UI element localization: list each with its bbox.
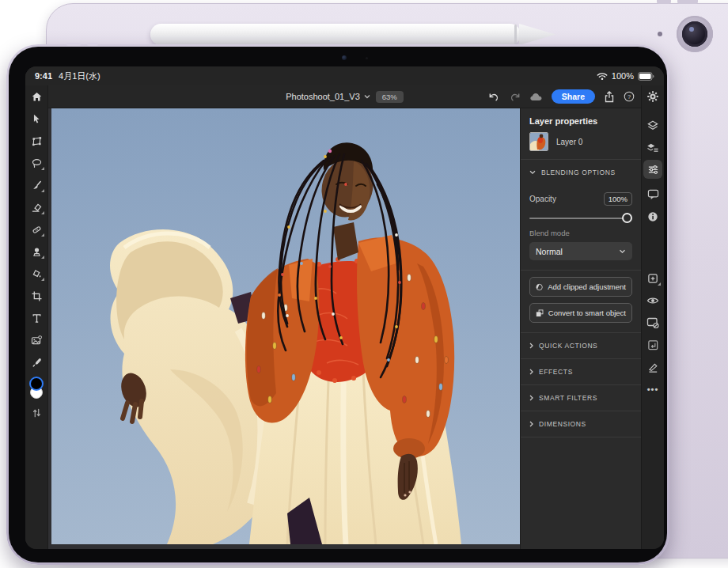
wifi-icon bbox=[597, 72, 608, 81]
front-bezel: 9:41 4月1日(水) 100% bbox=[9, 47, 667, 562]
apple-pencil bbox=[150, 24, 521, 45]
battery-percent: 100% bbox=[612, 71, 634, 81]
panel-title: Layer properties bbox=[529, 116, 632, 126]
layer-properties-icon[interactable] bbox=[642, 136, 664, 158]
move-tool[interactable] bbox=[25, 108, 47, 130]
visibility-icon[interactable] bbox=[642, 290, 664, 312]
clone-stamp-tool[interactable] bbox=[25, 240, 47, 263]
status-bar: 9:41 4月1日(水) 100% bbox=[25, 66, 664, 85]
help-icon[interactable]: ? bbox=[624, 91, 635, 102]
document-title: Photoshoot_01_V3 bbox=[286, 92, 360, 101]
blend-mode-label: Blend mode bbox=[529, 229, 632, 237]
layers-icon[interactable] bbox=[642, 114, 664, 136]
export-icon[interactable] bbox=[604, 91, 615, 103]
comments-icon[interactable] bbox=[642, 184, 664, 206]
rear-volume-button bbox=[657, 0, 671, 4]
opacity-value-field[interactable]: 100% bbox=[604, 192, 632, 206]
cloud-sync-icon[interactable] bbox=[529, 93, 543, 101]
battery-icon bbox=[638, 72, 654, 81]
clipping-mask-icon[interactable] bbox=[642, 334, 664, 356]
brush-tool[interactable] bbox=[25, 174, 47, 196]
convert-to-smart-object-button[interactable]: Convert to smart object bbox=[529, 303, 632, 323]
section-quick-actions[interactable]: QUICK ACTIONS bbox=[529, 333, 632, 358]
place-photo-tool[interactable] bbox=[25, 329, 47, 351]
color-chips[interactable] bbox=[29, 373, 44, 402]
adjustments-icon[interactable] bbox=[643, 160, 662, 179]
opacity-label: Opacity bbox=[529, 195, 556, 203]
adjustment-circle-icon bbox=[536, 282, 543, 292]
section-smart-filters[interactable]: SMART FILTERS bbox=[529, 385, 632, 411]
chevron-right-icon bbox=[529, 395, 533, 401]
layer-row[interactable]: Layer 0 bbox=[529, 132, 632, 151]
eraser-tool[interactable] bbox=[25, 196, 47, 218]
opacity-slider[interactable] bbox=[529, 213, 632, 224]
more-options-icon[interactable]: ••• bbox=[642, 378, 664, 400]
clock: 9:41 bbox=[35, 71, 52, 81]
ipad-front-device: 9:41 4月1日(水) 100% bbox=[6, 44, 669, 565]
chevron-down-icon bbox=[529, 170, 536, 175]
taskbar-rail: ••• bbox=[641, 85, 664, 549]
chevron-right-icon bbox=[529, 421, 533, 427]
share-button[interactable]: Share bbox=[552, 89, 595, 104]
photoshop-app-screen: 9:41 4月1日(水) 100% bbox=[25, 66, 664, 549]
front-volume-down-button bbox=[87, 43, 98, 46]
redo-icon[interactable] bbox=[509, 92, 521, 102]
front-camera-icon bbox=[342, 55, 347, 60]
chevron-right-icon bbox=[529, 369, 533, 375]
add-layer-icon[interactable] bbox=[642, 267, 664, 290]
layer-name: Layer 0 bbox=[556, 138, 582, 146]
document-toolbar: Photoshoot_01_V3 63% bbox=[48, 85, 641, 108]
tool-options-icon[interactable] bbox=[25, 402, 47, 424]
settings-gear-icon[interactable] bbox=[642, 85, 664, 108]
svg-text:?: ? bbox=[628, 93, 631, 100]
info-icon[interactable] bbox=[642, 206, 664, 228]
apple-pencil-seam bbox=[514, 25, 517, 44]
blending-options-header[interactable]: BLENDING OPTIONS bbox=[529, 160, 632, 185]
home-button[interactable] bbox=[25, 85, 47, 108]
rear-camera bbox=[677, 16, 713, 52]
zoom-level-badge[interactable]: 63% bbox=[376, 91, 404, 103]
chevron-down-icon bbox=[364, 94, 370, 99]
layer-properties-panel: Layer properties bbox=[520, 108, 641, 549]
opacity-slider-handle[interactable] bbox=[622, 213, 632, 223]
canvas-area[interactable] bbox=[48, 108, 520, 549]
smart-object-icon bbox=[536, 309, 544, 318]
foreground-color-chip[interactable] bbox=[29, 377, 44, 391]
section-dimensions[interactable]: DIMENSIONS bbox=[529, 411, 632, 437]
add-clipped-adjustment-button[interactable]: Add clipped adjustment bbox=[529, 277, 632, 297]
layer-mask-icon[interactable] bbox=[642, 312, 664, 334]
front-sensor-dot bbox=[366, 57, 368, 59]
canvas-photo[interactable] bbox=[51, 108, 520, 544]
blend-mode-select[interactable]: Normal bbox=[529, 242, 632, 260]
rear-mic-dot bbox=[658, 32, 662, 36]
lasso-tool[interactable] bbox=[25, 152, 47, 174]
undo-icon[interactable] bbox=[488, 92, 500, 102]
type-tool[interactable] bbox=[25, 307, 47, 329]
rear-power-button bbox=[677, 0, 698, 4]
section-effects[interactable]: EFFECTS bbox=[529, 359, 632, 384]
chevron-right-icon bbox=[529, 343, 533, 349]
chevron-down-icon bbox=[619, 249, 626, 254]
healing-brush-tool[interactable] bbox=[25, 218, 47, 240]
crop-tool[interactable] bbox=[25, 285, 47, 307]
tool-rail bbox=[25, 85, 48, 549]
marketing-scene: 9:41 4月1日(水) 100% bbox=[0, 0, 728, 568]
date: 4月1日(水) bbox=[59, 70, 100, 82]
layer-thumbnail bbox=[529, 132, 548, 151]
front-volume-up-button bbox=[66, 43, 81, 46]
fill-tool[interactable] bbox=[25, 263, 47, 285]
flatten-icon[interactable] bbox=[642, 356, 664, 378]
transform-tool[interactable] bbox=[25, 130, 47, 152]
eyedropper-tool[interactable] bbox=[25, 351, 47, 373]
document-title-menu[interactable]: Photoshoot_01_V3 bbox=[286, 92, 370, 101]
